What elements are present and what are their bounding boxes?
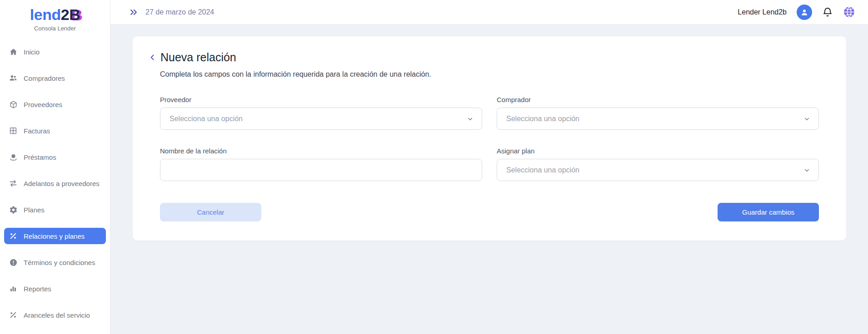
form-footer: Cancelar Guardar cambios bbox=[160, 203, 819, 221]
sidebar-item-label: Facturas bbox=[24, 127, 50, 135]
logo-part-accent: B bbox=[69, 6, 80, 23]
svg-text:$: $ bbox=[12, 154, 14, 158]
sidebar-item-label: Préstamos bbox=[24, 153, 56, 161]
sidebar: lend2B Consola Lender Inicio Compradores… bbox=[0, 0, 110, 334]
new-relation-card: Nueva relación Completa los campos con l… bbox=[133, 36, 846, 241]
globe-icon[interactable] bbox=[843, 6, 855, 18]
comprador-select-placeholder: Selecciona una opción bbox=[506, 115, 579, 123]
grid-icon bbox=[9, 126, 18, 135]
sidebar-item-reportes[interactable]: Reportes bbox=[4, 280, 106, 297]
nombre-relacion-input[interactable] bbox=[160, 159, 482, 181]
user-name: Lender Lend2b bbox=[738, 8, 787, 16]
field-asignar-plan: Asignar plan Selecciona una opción bbox=[497, 147, 819, 181]
percent-icon bbox=[9, 231, 18, 241]
gear-icon bbox=[9, 205, 18, 214]
page-subtitle: Completa los campos con la información r… bbox=[160, 70, 819, 79]
comprador-label: Comprador bbox=[497, 96, 819, 103]
back-chevron-icon[interactable] bbox=[149, 54, 156, 61]
double-chevron-right-icon[interactable] bbox=[129, 8, 138, 17]
sidebar-item-label: Relaciones y planes bbox=[24, 232, 85, 240]
field-proveedor: Proveedor Selecciona una opción bbox=[160, 96, 482, 130]
topbar-right: Lender Lend2b bbox=[738, 5, 855, 20]
asignar-plan-select[interactable]: Selecciona una opción bbox=[497, 159, 819, 181]
current-date: 27 de marzo de 2024 bbox=[145, 8, 214, 16]
proveedor-select-placeholder: Selecciona una opción bbox=[170, 115, 243, 123]
sidebar-item-compradores[interactable]: Compradores bbox=[4, 70, 106, 86]
field-comprador: Comprador Selecciona una opción bbox=[497, 96, 819, 130]
sidebar-item-label: Aranceles del servicio bbox=[24, 311, 90, 319]
sidebar-item-label: Planes bbox=[24, 206, 45, 214]
relation-form: Proveedor Selecciona una opción Comprado… bbox=[160, 96, 819, 181]
logo-text: lend2B bbox=[0, 6, 110, 23]
home-icon bbox=[9, 47, 18, 56]
proveedor-select[interactable]: Selecciona una opción bbox=[160, 108, 482, 130]
percent-icon bbox=[9, 310, 18, 319]
package-icon bbox=[9, 100, 18, 109]
nombre-relacion-label: Nombre de la relación bbox=[160, 147, 482, 155]
sidebar-item-facturas[interactable]: Facturas bbox=[4, 123, 106, 139]
sidebar-item-label: Adelantos a proveedores bbox=[24, 180, 100, 187]
sidebar-item-label: Inicio bbox=[24, 48, 40, 56]
sidebar-item-label: Proveedores bbox=[24, 101, 62, 108]
page-title: Nueva relación bbox=[160, 51, 236, 64]
bell-icon[interactable] bbox=[822, 7, 833, 18]
field-nombre-relacion: Nombre de la relación bbox=[160, 147, 482, 181]
asignar-plan-label: Asignar plan bbox=[497, 147, 819, 155]
proveedor-label: Proveedor bbox=[160, 96, 482, 103]
sidebar-nav: Inicio Compradores Proveedores Facturas … bbox=[0, 44, 110, 323]
swap-icon bbox=[9, 179, 18, 188]
sidebar-item-relaciones-y-planes[interactable]: Relaciones y planes bbox=[4, 228, 106, 244]
sidebar-item-adelantos[interactable]: Adelantos a proveedores bbox=[4, 175, 106, 192]
sidebar-item-aranceles[interactable]: Aranceles del servicio bbox=[4, 307, 106, 323]
sidebar-item-planes[interactable]: Planes bbox=[4, 201, 106, 218]
sidebar-item-label: Términos y condiciones bbox=[24, 259, 95, 266]
alert-circle-icon bbox=[9, 258, 18, 267]
sidebar-item-prestamos[interactable]: $ Préstamos bbox=[4, 149, 106, 165]
logo-part-blue: lend bbox=[30, 6, 61, 23]
sidebar-item-terminos[interactable]: Términos y condiciones bbox=[4, 254, 106, 270]
comprador-select[interactable]: Selecciona una opción bbox=[497, 108, 819, 130]
cancel-button[interactable]: Cancelar bbox=[160, 203, 261, 221]
app-logo: lend2B Consola Lender bbox=[0, 0, 110, 32]
sidebar-item-inicio[interactable]: Inicio bbox=[4, 44, 106, 60]
users-icon bbox=[9, 74, 18, 83]
save-button[interactable]: Guardar cambios bbox=[718, 203, 819, 221]
logo-part-dark: 2 bbox=[61, 6, 69, 23]
chevron-down-icon bbox=[803, 115, 810, 122]
avatar-icon[interactable] bbox=[797, 5, 812, 20]
chevron-down-icon bbox=[467, 115, 474, 122]
topbar: 27 de marzo de 2024 Lender Lend2b bbox=[110, 0, 868, 25]
sidebar-item-proveedores[interactable]: Proveedores bbox=[4, 96, 106, 113]
sidebar-item-label: Compradores bbox=[24, 74, 65, 82]
coin-icon: $ bbox=[9, 152, 18, 162]
main-content: Nueva relación Completa los campos con l… bbox=[110, 25, 868, 334]
asignar-plan-select-placeholder: Selecciona una opción bbox=[506, 166, 579, 174]
bar-chart-icon bbox=[9, 284, 18, 293]
sidebar-item-label: Reportes bbox=[24, 285, 51, 293]
logo-subtitle: Consola Lender bbox=[0, 25, 110, 32]
chevron-down-icon bbox=[803, 167, 810, 173]
